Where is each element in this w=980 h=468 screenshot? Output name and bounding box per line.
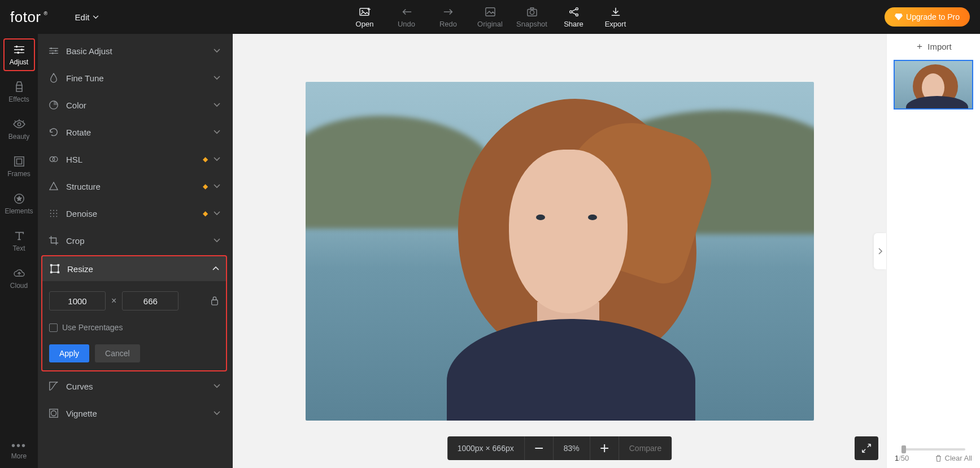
share-icon xyxy=(568,6,580,18)
svg-point-28 xyxy=(50,216,51,217)
open-icon xyxy=(359,6,371,18)
fine-tune-label: Fine Tune xyxy=(66,73,214,83)
svg-rect-32 xyxy=(50,264,53,266)
chevron-down-icon xyxy=(214,211,220,216)
rail-elements-label: Elements xyxy=(5,207,33,215)
effects-icon xyxy=(14,81,25,93)
resize-width-input[interactable] xyxy=(49,291,106,310)
diamond-icon: ◆ xyxy=(203,182,208,190)
export-label: Export xyxy=(605,20,626,28)
rail-more-label: More xyxy=(11,452,27,460)
vignette-label: Vignette xyxy=(66,409,214,418)
curves-label: Curves xyxy=(66,382,214,391)
svg-point-24 xyxy=(56,210,57,211)
acc-vignette[interactable]: Vignette xyxy=(41,400,227,427)
svg-point-30 xyxy=(56,216,57,217)
rail-elements[interactable]: Elements xyxy=(3,187,35,220)
crop-icon xyxy=(48,235,59,246)
cancel-button[interactable]: Cancel xyxy=(95,344,140,362)
rail-more[interactable]: ••• More xyxy=(11,439,27,460)
clear-all-label: Clear All xyxy=(945,454,972,462)
svg-point-18 xyxy=(52,53,54,54)
diamond-icon xyxy=(895,14,903,20)
zoom-level: 83% xyxy=(553,436,590,460)
acc-structure[interactable]: Structure ◆ xyxy=(41,173,227,200)
acc-rotate[interactable]: Rotate xyxy=(41,119,227,146)
resize-header[interactable]: Resize xyxy=(42,256,226,281)
adjust-panel: Basic Adjust Fine Tune Color Rotate HSL xyxy=(38,34,233,468)
text-icon xyxy=(14,230,24,242)
topbar: fotor® Edit Open Undo Redo Original xyxy=(0,0,980,34)
diamond-icon: ◆ xyxy=(203,209,208,217)
apply-button[interactable]: Apply xyxy=(49,344,89,362)
rail-frames[interactable]: Frames xyxy=(3,150,35,183)
structure-icon xyxy=(48,182,59,191)
rail-adjust[interactable]: Adjust xyxy=(3,38,35,71)
vignette-icon xyxy=(48,408,59,418)
edit-menu[interactable]: Edit xyxy=(75,12,99,22)
redo-tool[interactable]: Redo xyxy=(433,6,464,28)
acc-color[interactable]: Color xyxy=(41,91,227,119)
top-toolbar: Open Undo Redo Original Snapshot Share xyxy=(349,6,631,28)
chevron-down-icon xyxy=(214,411,220,415)
structure-label: Structure xyxy=(66,182,203,191)
original-tool[interactable]: Original xyxy=(474,6,506,28)
times-symbol: × xyxy=(111,296,116,306)
acc-crop[interactable]: Crop xyxy=(41,227,227,254)
canvas-image[interactable] xyxy=(306,82,814,421)
svg-rect-41 xyxy=(604,444,605,452)
rail-effects[interactable]: Effects xyxy=(3,76,35,108)
svg-rect-14 xyxy=(16,159,21,164)
color-label: Color xyxy=(66,100,214,110)
rail-frames-label: Frames xyxy=(7,170,31,178)
lock-icon[interactable] xyxy=(210,296,219,306)
image-count-total: 50 xyxy=(901,454,909,462)
rail-beauty-label: Beauty xyxy=(8,133,29,141)
zoom-in-button[interactable] xyxy=(590,436,619,460)
rail-effects-label: Effects xyxy=(8,95,29,103)
upgrade-button[interactable]: Upgrade to Pro xyxy=(885,7,970,27)
clear-all-button[interactable]: Clear All xyxy=(935,454,972,462)
compare-button[interactable]: Compare xyxy=(619,436,672,460)
thumbnail-size-slider[interactable] xyxy=(901,448,965,450)
svg-point-16 xyxy=(50,47,52,49)
diamond-icon: ◆ xyxy=(203,155,208,163)
fit-screen-button[interactable] xyxy=(855,436,878,460)
svg-point-26 xyxy=(53,213,54,214)
open-tool[interactable]: Open xyxy=(349,6,381,28)
undo-label: Undo xyxy=(398,20,415,28)
beauty-icon xyxy=(12,118,26,130)
right-footer: 1/50 Clear All xyxy=(887,448,980,468)
rotate-label: Rotate xyxy=(66,128,214,137)
import-button[interactable]: ＋ Import xyxy=(887,34,980,59)
chevron-down-icon xyxy=(214,184,220,189)
rail-text[interactable]: Text xyxy=(3,225,35,257)
snapshot-tool[interactable]: Snapshot xyxy=(516,6,548,28)
acc-denoise[interactable]: Denoise ◆ xyxy=(41,200,227,227)
acc-curves[interactable]: Curves xyxy=(41,373,227,400)
left-rail: Adjust Effects Beauty Frames Elements Te… xyxy=(0,34,38,468)
rail-beauty[interactable]: Beauty xyxy=(3,113,35,146)
rail-cloud[interactable]: Cloud xyxy=(3,262,35,295)
resize-icon xyxy=(49,264,60,274)
svg-rect-35 xyxy=(58,272,60,274)
svg-point-1 xyxy=(361,10,363,12)
more-icon: ••• xyxy=(11,439,27,452)
hsl-label: HSL xyxy=(66,155,203,164)
frames-icon xyxy=(14,155,25,168)
image-thumbnail[interactable] xyxy=(894,60,973,110)
plus-icon: ＋ xyxy=(915,41,924,53)
collapse-right-panel[interactable] xyxy=(874,233,886,269)
rotate-icon xyxy=(48,127,59,137)
resize-height-input[interactable] xyxy=(122,291,178,310)
zoom-out-button[interactable] xyxy=(524,436,553,460)
acc-basic-adjust[interactable]: Basic Adjust xyxy=(41,37,227,64)
export-tool[interactable]: Export xyxy=(600,6,631,28)
use-percentages-checkbox[interactable]: Use Percentages xyxy=(49,323,219,332)
acc-fine-tune[interactable]: Fine Tune xyxy=(41,64,227,91)
acc-hsl[interactable]: HSL ◆ xyxy=(41,146,227,173)
share-tool[interactable]: Share xyxy=(558,6,590,28)
undo-tool[interactable]: Undo xyxy=(391,6,423,28)
svg-rect-31 xyxy=(51,265,59,273)
image-count-current: 1 xyxy=(895,454,899,462)
